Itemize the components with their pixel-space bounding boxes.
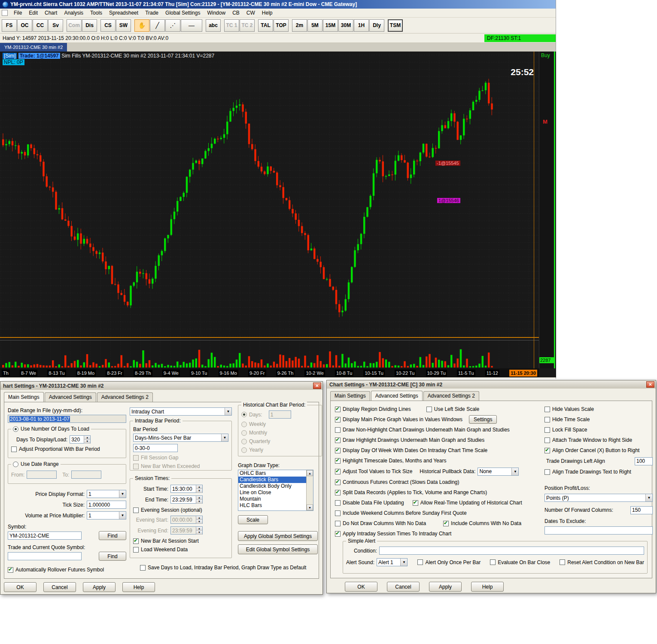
listbox-scrollbar[interactable]: ▲▼	[306, 470, 313, 510]
toolbar-button[interactable]: TOP	[274, 19, 289, 32]
toolbar-button[interactable]: 2m	[292, 19, 307, 32]
dialog-tab[interactable]: Main Settings	[4, 392, 44, 402]
days-to-load-stepper[interactable]: 320▲▼	[70, 435, 91, 444]
buy-order-label[interactable]: 1@15546	[437, 198, 460, 203]
dialog-button[interactable]: Cancel	[43, 582, 76, 592]
bar-period-dropdown[interactable]: Days-Mins-Secs Per Bar▼	[133, 434, 228, 442]
yearly-radio[interactable]	[241, 447, 247, 453]
graph-draw-option[interactable]: OHLC Bars	[238, 470, 306, 477]
checkbox[interactable]	[426, 407, 432, 412]
checkbox[interactable]	[335, 448, 341, 453]
checkbox[interactable]	[335, 427, 341, 433]
load-weekend-checkbox[interactable]	[133, 547, 139, 553]
toolbar-button[interactable]: TC 2	[240, 19, 255, 32]
dialog-tab[interactable]: Advanced Settings	[45, 392, 96, 402]
toolbar-button[interactable]: TSM	[388, 19, 403, 32]
position-pl-dropdown[interactable]: Points (P)▼	[544, 494, 653, 502]
date-range-field[interactable]: 2013-08-01 to 2013-11-07	[8, 415, 126, 423]
chart-canvas[interactable]	[0, 52, 539, 377]
checkbox[interactable]	[443, 521, 449, 526]
checkbox[interactable]	[335, 521, 341, 526]
checkbox[interactable]	[335, 531, 341, 537]
tick-size-field[interactable]: 1.000000	[87, 501, 126, 509]
dialog-button[interactable]: Apply	[429, 582, 462, 592]
checkbox[interactable]	[544, 469, 550, 475]
toolbar-button[interactable]: —	[181, 19, 202, 32]
session-end-stepper[interactable]: 23:29:59▲▼	[170, 495, 203, 504]
to-date-field[interactable]	[71, 471, 101, 479]
checkbox[interactable]	[544, 437, 550, 443]
new-bar-session-start-checkbox[interactable]	[133, 538, 139, 544]
evening-end-stepper[interactable]: 23:59:59▲▼	[170, 526, 203, 535]
dialog-button[interactable]: OK	[345, 582, 377, 592]
graph-draw-option[interactable]: Line on Close	[238, 489, 306, 496]
quarterly-radio[interactable]	[241, 439, 247, 444]
trade-drawings-align-field[interactable]: 100	[635, 457, 653, 465]
dialog-button[interactable]: Help	[471, 582, 504, 592]
values-settings-button[interactable]: Settings	[469, 415, 497, 424]
checkbox[interactable]	[544, 417, 550, 422]
toolbar-button[interactable]: ╱	[150, 19, 165, 32]
toolbar-button[interactable]: abc	[206, 19, 221, 32]
toolbar-button[interactable]: Sv	[48, 19, 63, 32]
alert-sound-dropdown[interactable]: Alert 1▼	[377, 558, 408, 566]
menu-item[interactable]: Help	[259, 9, 276, 17]
toolbar-button[interactable]: 1H	[354, 19, 369, 32]
rollover-checkbox[interactable]	[8, 567, 13, 573]
menu-item[interactable]: Global Settings	[162, 9, 204, 17]
forward-columns-field[interactable]: 150	[630, 506, 653, 514]
volume-pane[interactable]	[0, 341, 539, 368]
evening-start-stepper[interactable]: 00:00:00▲▼	[170, 516, 203, 524]
menu-item[interactable]: CB	[229, 9, 243, 17]
toolbar-button[interactable]: FS	[2, 19, 17, 32]
checkbox[interactable]	[335, 490, 341, 495]
checkbox[interactable]	[335, 480, 341, 485]
menu-item[interactable]: Spreadsheet	[106, 9, 142, 17]
toolbar-button[interactable]: 5M	[307, 19, 322, 32]
edit-global-symbol-settings-button[interactable]: Edit Global Symbol Settings	[238, 544, 318, 554]
apply-global-symbol-settings-button[interactable]: Apply Global Symbol Settings	[238, 531, 318, 541]
menu-item[interactable]: Trade	[142, 9, 162, 17]
dialog-button[interactable]: OK	[4, 582, 36, 592]
chart-tab[interactable]: YM-201312-CME 30 min #2	[0, 43, 67, 52]
graph-draw-option[interactable]: Mountain	[238, 496, 306, 502]
scale-button[interactable]: Scale	[238, 515, 268, 524]
volume-multiplier-dropdown[interactable]: 1▼	[87, 511, 126, 519]
price-scale[interactable]: Buy M 2287	[539, 52, 556, 368]
checkbox[interactable]	[544, 448, 550, 453]
menu-item[interactable]: Edit	[25, 9, 41, 17]
sell-order-label[interactable]: -1@15545	[435, 161, 460, 166]
use-date-range-radio[interactable]	[13, 462, 18, 467]
dates-to-exclude-field[interactable]	[544, 526, 653, 535]
find-symbol-button[interactable]: Find	[99, 531, 126, 540]
price-pane[interactable]	[0, 52, 539, 340]
alert-condition-field[interactable]	[379, 547, 644, 555]
toolbar-button[interactable]: CS	[100, 19, 116, 32]
session-start-stepper[interactable]: 15:30:00▲▼	[170, 485, 203, 493]
toolbar-button[interactable]: Com	[67, 19, 82, 32]
toolbar-button[interactable]: ✋	[134, 19, 149, 32]
toolbar-button[interactable]: Dis	[82, 19, 97, 32]
checkbox[interactable]	[335, 407, 341, 412]
graph-draw-option[interactable]: Candlestick Body Only	[238, 483, 306, 489]
weekly-radio[interactable]	[241, 422, 247, 427]
close-icon[interactable]: ✕	[313, 383, 321, 389]
toolbar-button[interactable]: TC 1	[224, 19, 239, 32]
dialog-tab[interactable]: Advanced Settings 2	[97, 392, 153, 402]
historical-days-field[interactable]: 1	[269, 410, 291, 419]
adjust-proportional-checkbox[interactable]	[11, 447, 17, 452]
checkbox[interactable]	[560, 559, 565, 565]
toolbar-button[interactable]: OC	[17, 19, 32, 32]
evening-session-checkbox[interactable]	[133, 507, 139, 513]
toolbar-button[interactable]: ⋰	[165, 19, 180, 32]
checkbox[interactable]	[335, 458, 341, 464]
bar-period-value-field[interactable]: 0-30-0	[133, 444, 178, 452]
chart-type-dropdown[interactable]: Intraday Chart▼	[130, 407, 232, 416]
close-icon[interactable]: ✕	[646, 381, 654, 388]
graph-draw-option[interactable]: HLC Bars	[238, 502, 306, 509]
toolbar-button[interactable]: TAL	[258, 19, 273, 32]
checkbox[interactable]	[417, 559, 423, 565]
pullback-dropdown[interactable]: None▼	[478, 468, 519, 476]
dialog-tab[interactable]: Advanced Settings	[371, 391, 423, 401]
scroll-up-icon[interactable]: ▲	[307, 470, 313, 476]
